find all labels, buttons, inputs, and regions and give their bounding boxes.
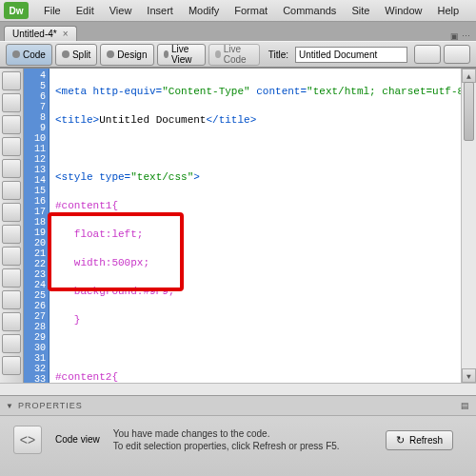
coding-tool-7[interactable] <box>2 203 21 222</box>
tab-label: Untitled-4* <box>12 29 57 39</box>
line-number: 15 <box>24 186 49 196</box>
properties-header[interactable]: ▼ PROPERTIES ▤ <box>0 396 476 416</box>
coding-tool-13[interactable] <box>2 334 21 353</box>
coding-tool-12[interactable] <box>2 312 21 331</box>
properties-panel: ▼ PROPERTIES ▤ <> Code view You have mad… <box>0 395 476 476</box>
refresh-icon: ↻ <box>396 434 405 446</box>
coding-tool-10[interactable] <box>2 268 21 288</box>
coding-tool-2[interactable] <box>2 93 21 112</box>
menu-edit[interactable]: Edit <box>69 5 102 16</box>
line-number: 32 <box>24 364 49 374</box>
collapse-icon[interactable]: ▼ <box>6 402 14 410</box>
line-number: 9 <box>24 123 49 133</box>
line-number: 23 <box>24 269 49 280</box>
tab-close-icon[interactable]: × <box>63 29 69 39</box>
scroll-thumb[interactable] <box>464 82 474 141</box>
document-toolbar: Code Split Design Live View Live Code Ti… <box>0 41 476 68</box>
line-number: 29 <box>24 332 49 343</box>
line-number: 21 <box>24 248 49 259</box>
liveview-icon <box>164 50 169 58</box>
line-number: 31 <box>24 353 49 364</box>
split-view-button[interactable]: Split <box>55 44 97 66</box>
design-view-button[interactable]: Design <box>100 44 153 66</box>
coding-tool-3[interactable] <box>2 115 21 134</box>
line-number: 30 <box>24 343 49 353</box>
line-number: 7 <box>24 102 49 112</box>
scroll-down-icon[interactable]: ▼ <box>462 368 476 383</box>
line-number: 16 <box>24 196 49 207</box>
line-number: 8 <box>24 112 49 123</box>
coding-tool-5[interactable] <box>2 159 21 178</box>
app-logo: Dw <box>4 2 29 19</box>
line-number: 17 <box>24 207 49 217</box>
line-number: 25 <box>24 290 49 301</box>
code-view-label: Code view <box>55 434 100 445</box>
menu-window[interactable]: Window <box>377 5 429 16</box>
line-number: 6 <box>24 91 49 102</box>
code-view-icon: <> <box>13 426 42 454</box>
line-number: 13 <box>24 165 49 175</box>
code-view-button[interactable]: Code <box>6 44 52 66</box>
coding-tool-6[interactable] <box>2 181 21 200</box>
line-number: 28 <box>24 322 49 332</box>
vertical-scrollbar[interactable]: ▲ ▼ <box>461 69 476 383</box>
line-number: 10 <box>24 133 49 144</box>
coding-tool-1[interactable] <box>2 71 21 90</box>
line-number: 33 <box>24 374 49 385</box>
menu-modify[interactable]: Modify <box>181 5 227 16</box>
coding-toolbar <box>0 69 24 383</box>
livecode-icon <box>215 50 221 58</box>
refresh-button[interactable]: ↻ Refresh <box>386 430 453 450</box>
line-number: 26 <box>24 301 49 311</box>
properties-title: PROPERTIES <box>18 401 83 410</box>
code-editor: 4 5 6 7 8 9 10 11 12 13 14 15 16 17 18 1… <box>0 68 476 383</box>
menu-format[interactable]: Format <box>227 5 275 16</box>
code-area[interactable]: <meta http-equiv="Content-Type" content=… <box>50 69 476 383</box>
scroll-up-icon[interactable]: ▲ <box>462 69 476 83</box>
toolbar-icon-1[interactable] <box>414 45 441 64</box>
coding-tool-8[interactable] <box>2 225 21 244</box>
properties-message: You have made changes to the code. To ed… <box>113 427 340 452</box>
coding-tool-11[interactable] <box>2 290 21 309</box>
line-number: 19 <box>24 228 49 238</box>
tab-options-icon[interactable]: ▣ ⋯ <box>450 31 470 41</box>
line-number: 14 <box>24 175 49 186</box>
menu-commands[interactable]: Commands <box>275 5 344 16</box>
line-number: 20 <box>24 238 49 248</box>
line-number: 12 <box>24 154 49 165</box>
live-view-button[interactable]: Live View <box>157 44 207 66</box>
menu-file[interactable]: File <box>36 5 69 16</box>
line-number: 27 <box>24 311 49 322</box>
line-number: 18 <box>24 217 49 228</box>
document-tab[interactable]: Untitled-4* × <box>4 26 77 41</box>
design-icon <box>107 50 114 58</box>
live-code-button[interactable]: Live Code <box>208 44 259 66</box>
split-icon <box>62 50 69 58</box>
menu-help[interactable]: Help <box>429 5 466 16</box>
title-label: Title: <box>268 50 288 60</box>
document-tabs: Untitled-4* × ▣ ⋯ <box>0 22 476 41</box>
line-gutter: 4 5 6 7 8 9 10 11 12 13 14 15 16 17 18 1… <box>24 69 50 383</box>
line-number: 22 <box>24 259 49 269</box>
line-number: 5 <box>24 81 49 91</box>
menu-view[interactable]: View <box>102 5 140 16</box>
code-icon <box>12 50 20 58</box>
panel-menu-icon[interactable]: ▤ <box>461 401 470 410</box>
coding-tool-4[interactable] <box>2 137 21 156</box>
line-number: 4 <box>24 70 49 81</box>
line-number: 11 <box>24 144 49 154</box>
toolbar-icon-2[interactable] <box>444 45 470 64</box>
menu-site[interactable]: Site <box>344 5 377 16</box>
line-number: 24 <box>24 280 49 290</box>
menu-insert[interactable]: Insert <box>139 5 181 16</box>
menu-bar: Dw File Edit View Insert Modify Format C… <box>0 0 476 22</box>
title-input[interactable] <box>295 47 407 63</box>
coding-tool-9[interactable] <box>2 247 21 266</box>
coding-tool-14[interactable] <box>2 356 21 375</box>
